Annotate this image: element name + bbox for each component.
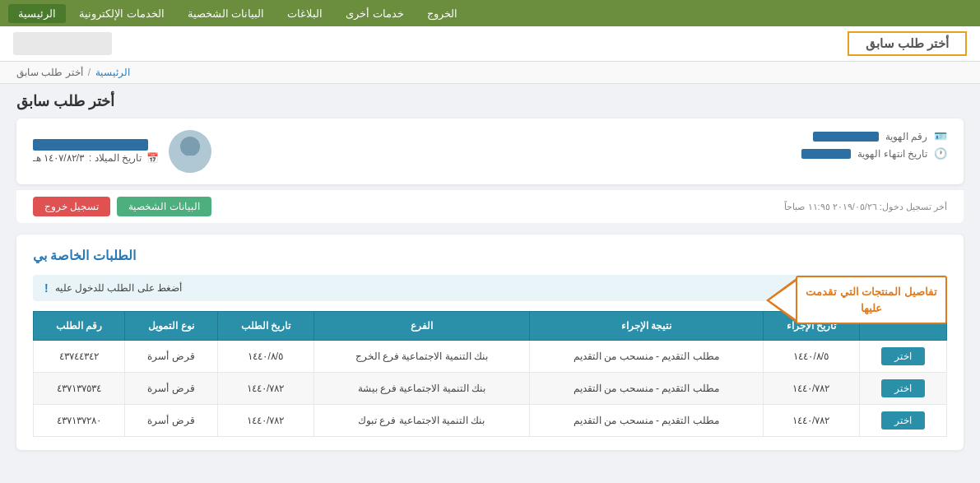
cell-action-btn[interactable]: اختر [859,373,946,405]
top-navigation: الرئيسية الخدمات الإلكترونية البيانات ال… [0,0,980,26]
cell-request-no: ٤٣٧١٣٧٥٣٤ [34,373,125,405]
section-header: الطلبات الخاصة بي [33,248,947,263]
page-title-row: أختر طلب سابق [0,84,980,114]
col-request-no: رقم الطلب [34,312,125,341]
cell-branch: بنك التنمية الاجتماعية فرع الخرج [314,341,529,373]
action-bar: أخر تسجيل دخول: ٢٠١٩/٠٥/٢٦ ١١:٩٥ صباحاً … [16,189,964,223]
header: أختر طلب سابق [0,26,980,62]
table-row: اختر ١٤٤٠/٨/٥ مطلب التقديم - منسحب من ال… [34,341,947,373]
col-branch: الفرع [314,312,529,341]
page-wrapper: أختر طلب سابق أختر طلب سابق / الرئيسية أ… [0,26,980,483]
col-finance-type: نوع التمويل [125,312,218,341]
expiry-value [801,149,851,159]
cell-finance-type: قرض أسرة [125,341,218,373]
breadcrumb-current: أختر طلب سابق [16,67,83,78]
user-name-bar [33,139,148,151]
table-body: اختر ١٤٤٠/٨/٥ مطلب التقديم - منسحب من ال… [34,341,947,437]
section-title: الطلبات الخاصة بي [33,248,136,263]
cell-request-date: ١٤٤٠/٨/٥ [217,341,314,373]
select-button-2[interactable]: اختر [881,411,925,430]
cell-action-btn[interactable]: اختر [859,405,946,437]
nav-home[interactable]: الرئيسية [8,4,66,23]
cell-branch: بنك التنمية الاجتماعية فرع تبوك [314,405,529,437]
last-login: أخر تسجيل دخول: ٢٠١٩/٠٥/٢٦ ١١:٩٥ صباحاً [784,202,947,212]
cell-action-date: ١٤٤٠/٧٨٢ [763,373,859,405]
nav-reports[interactable]: البلاغات [277,4,332,23]
table-row: اختر ١٤٤٠/٧٨٢ مطلب التقديم - منسحب من ال… [34,405,947,437]
id-value [813,132,879,142]
select-button-0[interactable]: اختر [881,347,925,365]
logout-button[interactable]: تسجيل خروج [33,197,110,216]
cell-request-date: ١٤٤٠/٧٨٢ [217,373,314,405]
dob-value: ١٤٠٧/٨٢/٣ هـ [33,152,84,164]
arrow-callout: تفاصيل المنتجات التي تقدمتعليها [766,276,947,324]
personal-data-button[interactable]: البيانات الشخصية [117,197,211,216]
cell-action-result: مطلب التقديم - منسحب من التقديم [529,341,763,373]
page-title: أختر طلب سابق [16,92,114,110]
id-label: رقم الهوية [885,131,927,142]
requests-table: تاريخ الإجراء نتيجة الإجراء الفرع تاريخ … [33,311,947,437]
id-icon: 🪪 [934,130,947,142]
cell-branch: بنك التنمية الاجتماعية فرع بيشة [314,373,529,405]
cell-action-result: مطلب التقديم - منسحب من التقديم [529,373,763,405]
dob-label: تاريخ الميلاد : [89,152,142,164]
user-dob: 📅 تاريخ الميلاد : ١٤٠٧/٨٢/٣ هـ [33,152,159,164]
breadcrumb-home[interactable]: الرئيسية [95,67,130,78]
calendar-icon: 📅 [146,152,159,164]
cell-request-no: ٤٣٧٤٤٣٤٢ [34,341,125,373]
nav-personal[interactable]: البيانات الشخصية [178,4,275,23]
cell-action-date: ١٤٤٠/٨/٥ [763,341,859,373]
user-name-block: 📅 تاريخ الميلاد : ١٤٠٧/٨٢/٣ هـ [33,139,159,164]
nav-other[interactable]: خدمات أخرى [336,4,414,23]
svg-point-1 [175,156,205,173]
logo [13,32,112,55]
action-buttons: البيانات الشخصية تسجيل خروج [33,197,211,216]
info-icon: ! [44,281,49,295]
info-text: أضغط على الطلب للدخول عليه [55,282,182,294]
avatar [169,130,211,173]
col-action-result: نتيجة الإجراء [529,312,763,341]
callout-arrow-shape [766,277,797,323]
breadcrumb: أختر طلب سابق / الرئيسية [0,62,980,84]
user-card: 🪪 رقم الهوية 🕐 تاريخ انتهاء الهوية 📅 تار… [16,118,964,184]
col-request-date: تاريخ الطلب [217,312,314,341]
select-button-1[interactable]: اختر [881,379,925,397]
cell-request-date: ١٤٤٠/٧٨٢ [217,405,314,437]
cell-action-result: مطلب التقديم - منسحب من التقديم [529,405,763,437]
clock-icon: 🕐 [934,147,947,160]
expiry-label: تاريخ انتهاء الهوية [857,148,927,160]
cell-action-btn[interactable]: اختر [859,341,946,373]
cell-finance-type: قرض أسرة [125,373,218,405]
user-info-right: 🪪 رقم الهوية 🕐 تاريخ انتهاء الهوية [801,130,947,160]
svg-point-0 [180,137,200,156]
nav-logout[interactable]: الخروج [417,4,467,23]
expiry-row: 🕐 تاريخ انتهاء الهوية [801,147,947,160]
cell-finance-type: قرض أسرة [125,405,218,437]
callout-box: تفاصيل المنتجات التي تقدمتعليها [796,276,947,324]
nav-eservices[interactable]: الخدمات الإلكترونية [69,4,174,23]
header-title-box: أختر طلب سابق [848,31,967,56]
id-row: 🪪 رقم الهوية [801,130,947,142]
main-section: الطلبات الخاصة بي تفاصيل المنتجات التي ت… [16,235,964,450]
user-info-left: 📅 تاريخ الميلاد : ١٤٠٧/٨٢/٣ هـ [33,130,211,173]
cell-action-date: ١٤٤٠/٧٨٢ [763,405,859,437]
table-row: اختر ١٤٤٠/٧٨٢ مطلب التقديم - منسحب من ال… [34,373,947,405]
cell-request-no: ٤٣٧١٣٧٢٨٠ [34,405,125,437]
header-title: أختر طلب سابق [866,36,949,50]
breadcrumb-sep: / [88,67,91,78]
